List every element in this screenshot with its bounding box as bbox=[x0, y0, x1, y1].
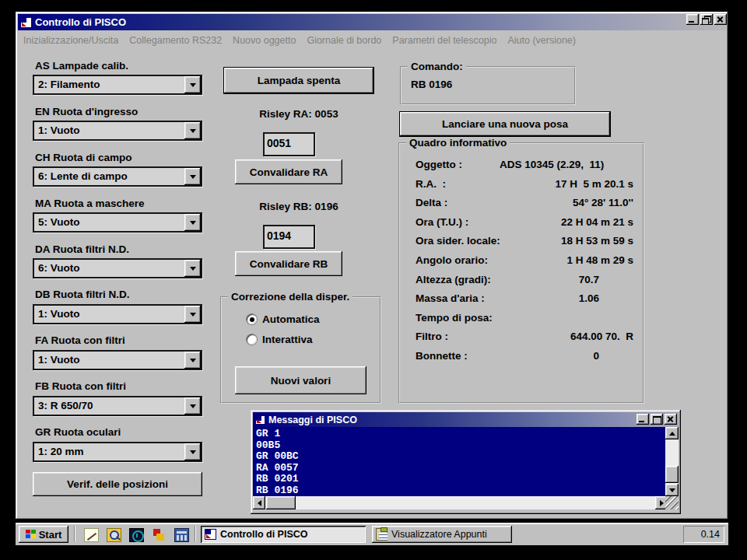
dispersion-group-title: Correzione della disper. bbox=[228, 291, 352, 303]
info-row: Altezza (gradi): 70.7 bbox=[400, 271, 643, 291]
wheel-select-en[interactable]: 1: Vuoto bbox=[33, 121, 202, 141]
info-label: Altezza (gradi): bbox=[416, 274, 491, 285]
messages-title: Messaggi di PISCO bbox=[268, 415, 357, 425]
start-label: Start bbox=[39, 529, 62, 541]
wheel-select-as[interactable]: 2: Filamento bbox=[33, 75, 202, 95]
minimize-button[interactable] bbox=[637, 414, 649, 425]
info-group-title: Quadro informativo bbox=[406, 137, 510, 149]
wheel-value-fb: 3: R 650/70 bbox=[38, 400, 93, 411]
task-button-visualizzatore[interactable]: Visualizzatore Appunti bbox=[372, 526, 512, 543]
horizontal-scrollbar[interactable] bbox=[253, 496, 668, 509]
scroll-down-icon[interactable] bbox=[665, 484, 679, 496]
radio-interattiva[interactable]: Interattiva bbox=[247, 334, 313, 345]
info-value: 70.7 bbox=[579, 274, 599, 285]
command-group-title: Comando: bbox=[408, 61, 466, 72]
clock-icon[interactable] bbox=[128, 527, 145, 543]
risley-rb-input[interactable]: 0194 bbox=[263, 225, 315, 249]
close-button[interactable] bbox=[714, 14, 727, 25]
start-button[interactable]: Start bbox=[19, 526, 68, 543]
scroll-left-icon[interactable] bbox=[253, 496, 265, 509]
scrollbar-thumb[interactable] bbox=[665, 466, 679, 483]
new-values-button[interactable]: Nuovi valori bbox=[235, 366, 366, 394]
menu-collegamento[interactable]: Collegamento RS232 bbox=[129, 35, 222, 46]
chevron-down-icon[interactable] bbox=[184, 397, 201, 415]
minimize-button[interactable] bbox=[686, 14, 699, 25]
new-exposure-button[interactable]: Lanciare una nuova posa bbox=[399, 111, 611, 137]
wheel-value-ma: 5: Vuoto bbox=[38, 216, 80, 228]
restore-button[interactable] bbox=[700, 14, 713, 25]
wheel-select-ma[interactable]: 5: Vuoto bbox=[33, 212, 202, 233]
radio-button-icon[interactable] bbox=[247, 314, 257, 324]
chevron-down-icon[interactable] bbox=[184, 443, 201, 460]
validate-rb-button[interactable]: Convalidare RB bbox=[235, 251, 342, 276]
info-label: Ora sider. locale: bbox=[416, 235, 500, 247]
wheel-select-fb[interactable]: 3: R 650/70 bbox=[33, 396, 202, 416]
vertical-scrollbar[interactable] bbox=[665, 427, 679, 496]
console-line: RB 0196 bbox=[256, 485, 665, 497]
risley-ra-label: Risley RA: 0053 bbox=[223, 108, 374, 120]
chevron-down-icon[interactable] bbox=[184, 76, 201, 93]
wheel-label-fb: FB Ruota con filtri bbox=[35, 380, 126, 392]
info-row: Oggetto : ADS 10345 (2.29, 11) bbox=[400, 156, 643, 176]
info-value: 54° 28' 11.0'' bbox=[573, 197, 633, 208]
lamp-off-button[interactable]: Lampada spenta bbox=[223, 67, 374, 94]
chevron-down-icon[interactable] bbox=[184, 260, 201, 277]
info-value: 17 H 5 m 20.1 s bbox=[555, 178, 633, 190]
titlebar[interactable]: Controllo di PISCO bbox=[18, 14, 726, 30]
taskbar-divider bbox=[195, 526, 196, 542]
dispersion-groupbox: Correzione della disper. Automatica Inte… bbox=[220, 296, 381, 404]
chevron-down-icon[interactable] bbox=[184, 122, 201, 139]
menu-inizializzazione[interactable]: Inizializzazione/Uscita bbox=[23, 35, 118, 46]
wheel-select-gr[interactable]: 1: 20 mm bbox=[33, 442, 202, 462]
verify-positions-button[interactable]: Verif. delle posizioni bbox=[33, 472, 202, 496]
wheel-value-da: 6: Vuoto bbox=[38, 262, 80, 274]
risley-ra-input[interactable]: 0051 bbox=[263, 132, 315, 156]
radio-button-icon[interactable] bbox=[247, 334, 257, 345]
menu-aiuto[interactable]: Aiuto (versione) bbox=[507, 35, 576, 46]
calculator-icon[interactable] bbox=[173, 527, 190, 543]
search-icon[interactable] bbox=[105, 527, 122, 543]
messages-window: Messaggi di PISCO GR 1 00B5 GR 00BC RA 0… bbox=[251, 410, 681, 514]
wheel-value-fa: 1: Vuoto bbox=[38, 354, 80, 366]
radio-automatica-label: Automatica bbox=[262, 313, 320, 325]
wheel-label-ma: MA Ruota a maschere bbox=[35, 198, 145, 209]
maximize-button[interactable] bbox=[651, 414, 663, 425]
info-row: R.A. : 17 H 5 m 20.1 s bbox=[400, 176, 643, 195]
radio-automatica[interactable]: Automatica bbox=[247, 313, 320, 325]
wheel-label-en: EN Ruota d'ingresso bbox=[35, 106, 138, 117]
validate-ra-button[interactable]: Convalidare RA bbox=[235, 159, 342, 184]
chevron-down-icon[interactable] bbox=[184, 306, 201, 323]
info-value: 1 H 48 m 29 s bbox=[566, 254, 633, 266]
wheel-select-db[interactable]: 1: Vuoto bbox=[33, 304, 202, 324]
info-value: 0 bbox=[593, 350, 599, 362]
media-icon[interactable] bbox=[150, 527, 167, 543]
chevron-down-icon[interactable] bbox=[184, 168, 201, 185]
wheel-select-fa[interactable]: 1: Vuoto bbox=[33, 350, 202, 370]
messages-titlebar[interactable]: Messaggi di PISCO bbox=[253, 412, 679, 427]
wheel-value-en: 1: Vuoto bbox=[38, 124, 80, 136]
wheel-label-gr: GR Ruota oculari bbox=[35, 426, 121, 438]
scrollbar-thumb[interactable] bbox=[266, 496, 296, 509]
menu-nuovo-oggetto[interactable]: Nuovo oggetto bbox=[233, 35, 296, 46]
wheel-select-da[interactable]: 6: Vuoto bbox=[33, 258, 202, 278]
wheel-select-ch[interactable]: 6: Lente di campo bbox=[33, 166, 202, 187]
chevron-down-icon[interactable] bbox=[184, 352, 201, 369]
info-label: R.A. : bbox=[416, 178, 446, 190]
info-row: Filtro : 644.00 70. R bbox=[400, 328, 643, 348]
info-label: Delta : bbox=[416, 197, 447, 208]
menu-parametri[interactable]: Parametri del telescopio bbox=[392, 35, 496, 46]
info-label: Bonnette : bbox=[416, 350, 468, 362]
write-icon[interactable] bbox=[82, 527, 100, 543]
chevron-down-icon[interactable] bbox=[184, 214, 201, 231]
close-button[interactable] bbox=[665, 414, 677, 425]
wheel-value-gr: 1: 20 mm bbox=[38, 446, 84, 457]
info-label: Tempo di posa: bbox=[416, 312, 493, 324]
scroll-up-icon[interactable] bbox=[665, 427, 679, 439]
menu-giornale[interactable]: Giornale di bordo bbox=[307, 35, 381, 46]
taskbar: Start Controllo di PISCO Visualizzatore … bbox=[16, 523, 728, 545]
wheel-value-db: 1: Vuoto bbox=[38, 308, 80, 320]
command-groupbox: Comando: RB 0196 bbox=[400, 66, 576, 105]
task-button-controllo[interactable]: Controllo di PISCO bbox=[201, 526, 366, 543]
resize-grip[interactable] bbox=[665, 496, 679, 509]
pisco-app-icon bbox=[205, 529, 216, 540]
